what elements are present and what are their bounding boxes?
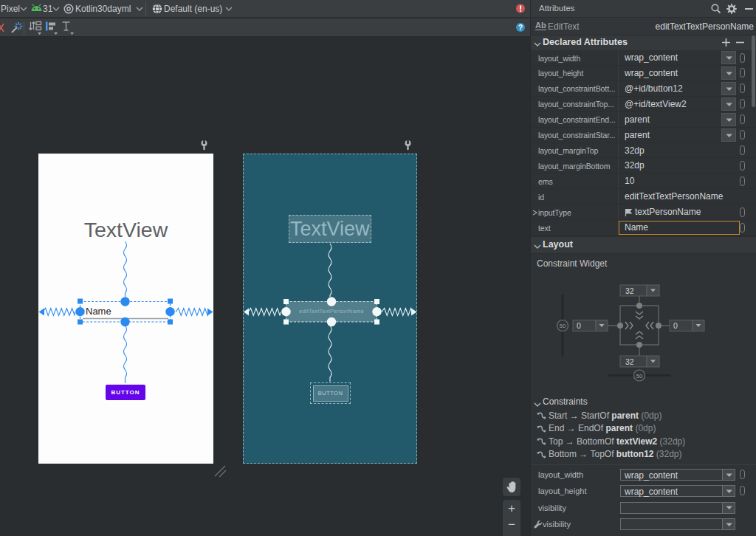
- svg-text:32: 32: [625, 286, 634, 295]
- svg-text:0: 0: [577, 321, 581, 330]
- svg-text:?: ?: [518, 24, 523, 32]
- svg-text:50: 50: [560, 323, 566, 329]
- svg-text:32: 32: [625, 357, 634, 366]
- svg-text:50: 50: [636, 373, 642, 379]
- svg-text:0: 0: [673, 321, 678, 330]
